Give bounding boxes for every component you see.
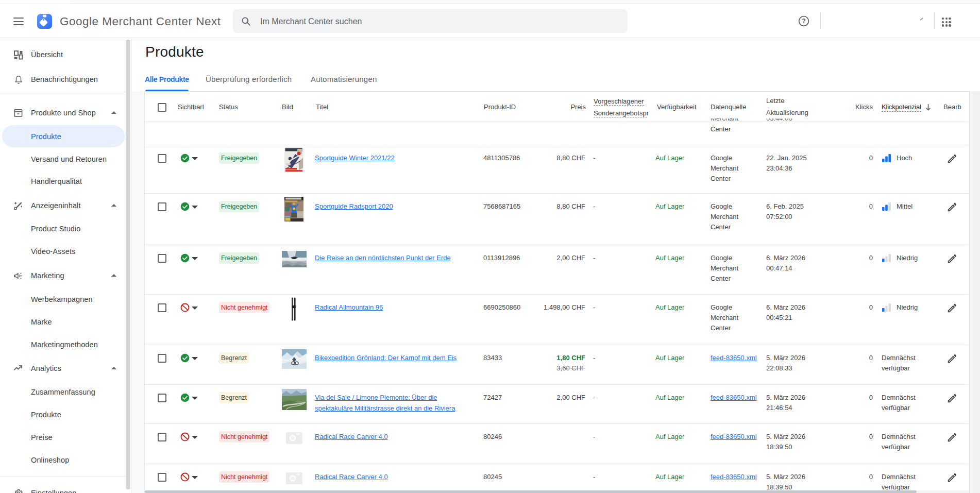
svg-text:?: ? [802, 18, 806, 25]
